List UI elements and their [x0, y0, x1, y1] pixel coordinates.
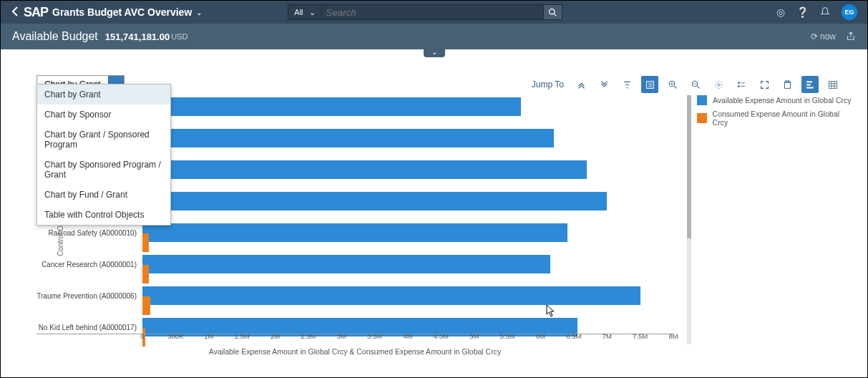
- chart-row: [142, 91, 673, 122]
- bar-available[interactable]: [142, 160, 587, 179]
- legend-swatch: [697, 95, 707, 105]
- budget-currency: USD: [171, 32, 187, 41]
- chevron-down-icon: ⌄: [309, 8, 316, 17]
- legend-label: Consumed Expense Amount in Global Crcy: [713, 110, 853, 127]
- page-title: Available Budget: [12, 30, 98, 43]
- dropdown-item[interactable]: Chart by Grant: [37, 84, 170, 105]
- avatar[interactable]: EG: [842, 4, 857, 20]
- collapse-chevron-tab[interactable]: ⌄: [424, 47, 445, 57]
- app-title-text: Grants Budget AVC Overview: [52, 6, 192, 18]
- legend-swatch: [697, 113, 707, 123]
- sub-header: Available Budget 151,741,181.00 USD ⟳ no…: [1, 24, 867, 49]
- back-button[interactable]: [8, 6, 22, 19]
- y-tick-label: No Kid Left behind (A0000017): [36, 324, 142, 331]
- svg-rect-14: [738, 82, 739, 83]
- y-tick-label: Traume Prevention (A0000006): [36, 292, 142, 300]
- x-tick-label: 1.5M: [235, 332, 250, 340]
- chevron-down-icon: ⌄: [196, 9, 202, 16]
- x-tick-label: 2M: [270, 332, 280, 340]
- app-title-dropdown[interactable]: Grants Budget AVC Overview ⌄: [52, 6, 202, 18]
- header-right: ◎ ❔ EG: [776, 4, 860, 20]
- chart-row: Nurse Qualification (A0000009): [142, 185, 673, 217]
- search-scope-selector[interactable]: All ⌄: [288, 4, 321, 20]
- chart-row: Traume Prevention (A0000006): [142, 280, 673, 311]
- scrollbar-thumb[interactable]: [687, 95, 691, 238]
- x-tick-label: 5.5M: [500, 332, 515, 340]
- bar-available[interactable]: [142, 129, 554, 147]
- refresh-button[interactable]: ⟳ now: [811, 32, 836, 42]
- help-icon[interactable]: ❔: [796, 6, 809, 18]
- chart-view-dropdown-menu: Chart by Grant Chart by Sponsor Chart by…: [36, 84, 171, 226]
- legend-item: Available Expense Amount in Global Crcy: [697, 95, 853, 105]
- budget-amount: 151,741,181.00: [105, 32, 170, 42]
- legend-label: Available Expense Amount in Global Crcy: [713, 96, 852, 105]
- x-tick-label: 1M: [204, 332, 213, 340]
- x-tick-label: 4.5M: [434, 332, 449, 340]
- x-tick-label: 3.5M: [367, 332, 382, 340]
- search-button[interactable]: [544, 4, 562, 20]
- x-tick-label: 8M: [668, 332, 678, 340]
- dropdown-item[interactable]: Chart by Grant / Sponsored Program: [37, 125, 170, 155]
- shell-header: SAP Grants Budget AVC Overview ⌄ All ⌄ ◎…: [1, 1, 867, 24]
- copilot-icon[interactable]: ◎: [776, 6, 785, 18]
- y-tick-label: Railroad Safety (A0000010): [36, 229, 142, 237]
- bar-available[interactable]: [142, 255, 550, 273]
- chart-row: Cancer Research (A0000001): [142, 248, 673, 280]
- legend: Available Expense Amount in Global Crcy …: [697, 95, 853, 131]
- chart-row: [142, 154, 673, 185]
- dropdown-item[interactable]: Chart by Fund / Grant: [37, 185, 170, 205]
- share-icon[interactable]: [846, 31, 856, 43]
- x-tick-label: 2.5M: [301, 332, 316, 340]
- dropdown-item[interactable]: Table with Control Objects: [37, 205, 170, 225]
- search-input[interactable]: [322, 4, 544, 20]
- notification-icon[interactable]: [820, 6, 830, 19]
- x-tick-label: 6.5M: [566, 332, 581, 340]
- x-tick-label: 0: [140, 332, 144, 340]
- x-tick-label: 4M: [403, 332, 412, 340]
- subheader-actions: ⟳ now: [811, 31, 856, 43]
- bar-available[interactable]: [142, 192, 607, 210]
- bar-available[interactable]: [142, 97, 521, 116]
- chart-row: Railroad Safety (A0000010): [142, 217, 673, 248]
- x-tick-label: 500K: [167, 332, 183, 340]
- chart-row: [142, 122, 673, 154]
- legend-item: Consumed Expense Amount in Global Crcy: [697, 110, 853, 127]
- dropdown-item[interactable]: Chart by Sponsor: [37, 105, 170, 125]
- bar-available[interactable]: [142, 286, 640, 305]
- x-tick-label: 5M: [469, 332, 479, 340]
- sap-logo: SAP: [24, 5, 48, 20]
- bar-available[interactable]: [142, 223, 567, 242]
- svg-line-1: [554, 14, 556, 16]
- search-group: All ⌄: [288, 4, 562, 20]
- x-tick-label: 7.5M: [633, 332, 648, 340]
- y-tick-label: Cancer Research (A0000001): [36, 261, 142, 268]
- chart-vertical-scrollbar[interactable]: [687, 95, 691, 344]
- x-axis-title: Available Expense Amount in Global Crcy …: [36, 347, 673, 356]
- dropdown-item[interactable]: Chart by Sponsored Program / Grant: [37, 155, 170, 185]
- search-scope-text: All: [294, 8, 303, 16]
- x-tick-label: 3M: [337, 332, 346, 340]
- avatar-initials: EG: [844, 9, 854, 16]
- x-tick-label: 7M: [603, 332, 612, 340]
- svg-point-0: [549, 9, 554, 14]
- x-tick-label: 6M: [536, 332, 545, 340]
